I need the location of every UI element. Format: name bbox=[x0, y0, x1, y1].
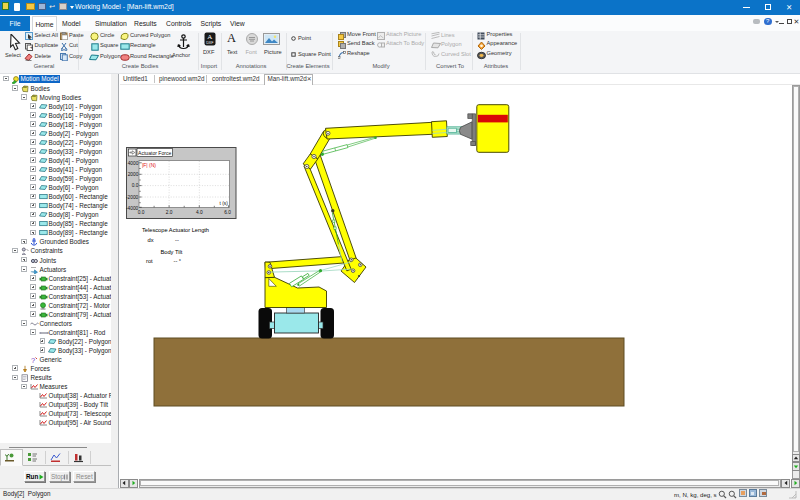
svg-text:rot: rot bbox=[146, 257, 153, 263]
svg-text:2000: 2000 bbox=[127, 172, 138, 177]
svg-text:+: + bbox=[30, 44, 33, 50]
svg-text:t (s): t (s) bbox=[219, 201, 228, 206]
svg-text:--: -- bbox=[175, 236, 179, 242]
svg-text:0.0: 0.0 bbox=[137, 210, 144, 215]
svg-text:DXF: DXF bbox=[206, 41, 214, 45]
svg-text:|F| (N): |F| (N) bbox=[142, 161, 156, 167]
svg-text:A: A bbox=[207, 33, 212, 41]
svg-text:Body Tilt: Body Tilt bbox=[160, 248, 182, 254]
svg-text:?: ? bbox=[31, 356, 35, 364]
svg-text:Telescope Actuator Length: Telescope Actuator Length bbox=[142, 227, 209, 233]
svg-text:4000: 4000 bbox=[127, 160, 138, 165]
svg-text:6.0: 6.0 bbox=[224, 210, 231, 215]
svg-text:dx: dx bbox=[147, 236, 153, 242]
svg-text:0.0: 0.0 bbox=[131, 183, 138, 188]
svg-text:Actuator Force: Actuator Force bbox=[137, 149, 171, 155]
svg-text:-- °: -- ° bbox=[173, 257, 181, 263]
svg-text:-2000: -2000 bbox=[126, 194, 139, 199]
svg-text:2.0: 2.0 bbox=[165, 210, 172, 215]
svg-text:4.0: 4.0 bbox=[195, 210, 202, 215]
